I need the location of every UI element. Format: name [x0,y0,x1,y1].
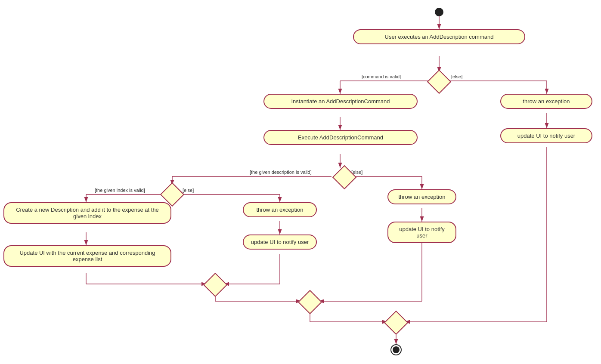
merge2-node [300,293,319,312]
update-ui-notify-2-node: update UI to notify user [387,222,456,243]
decision1-node [430,72,449,91]
instantiate-node: Instantiate an AddDescriptionCommand [263,94,418,109]
create-desc-node: Create a new Description and add it to t… [3,202,171,224]
throw-exception-2-node: throw an exception [387,189,456,204]
update-ui-notify-1-node: update UI to notify user [243,234,317,250]
throw-exception-3-node: throw an exception [243,202,317,217]
svg-text:[else]: [else] [183,188,194,193]
merge3-node [387,313,406,332]
merge1-node [206,275,225,294]
svg-text:[else]: [else] [451,74,462,79]
update-ui-main-node: Update UI with the current expense and c… [3,245,171,267]
svg-text:[command is valid]: [command is valid] [362,74,401,79]
update-ui-notify-3-node: update UI to notify user [500,128,592,143]
activity-diagram: [command is valid] [else] [the given des… [0,0,601,364]
throw-exception-1-node: throw an exception [500,94,592,109]
decision3-node [163,185,182,204]
user-executes-node: User executes an AddDescription command [353,29,525,44]
start-node [435,8,443,16]
svg-text:[the given description is vali: [the given description is valid] [250,170,312,175]
decision2-node [335,168,354,187]
end-node [390,344,402,355]
execute-node: Execute AddDescriptionCommand [263,130,418,145]
svg-text:[the given index is valid]: [the given index is valid] [95,188,145,193]
